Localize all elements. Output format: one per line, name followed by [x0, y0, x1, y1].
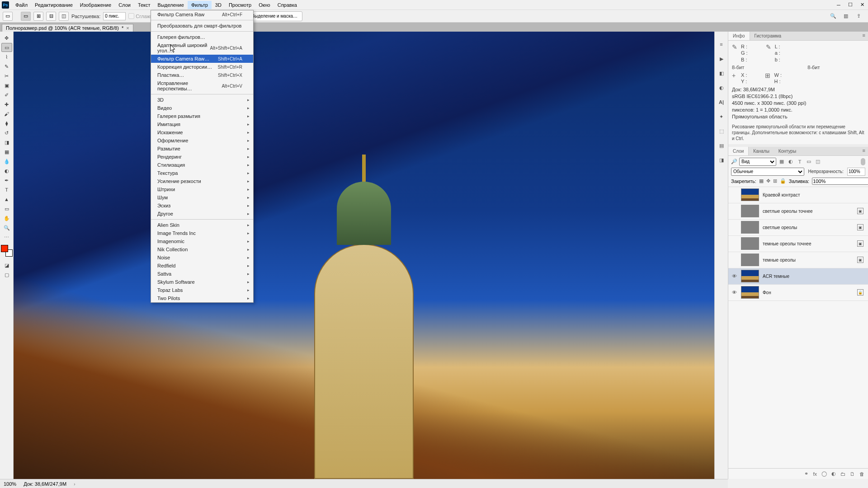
marquee-add-icon[interactable]: ⊞ [33, 12, 43, 21]
menuitem[interactable]: Nik Collection [151, 245, 253, 253]
menuitem[interactable]: Пластика…Shift+Ctrl+X [151, 71, 253, 79]
menuitem[interactable]: Imagenomic [151, 237, 253, 245]
menuitem[interactable]: Two Pilots [151, 294, 253, 302]
layer-filter-select[interactable]: Вид [739, 158, 776, 166]
menuitem[interactable]: Оформление [151, 136, 253, 145]
menuitem[interactable]: Исправление перспективы…Alt+Ctrl+V [151, 79, 253, 93]
pen-tool[interactable]: ✒ [1, 176, 12, 185]
menuitem[interactable]: Штрихи [151, 185, 253, 193]
status-chevron-icon[interactable]: › [74, 481, 75, 487]
menuitem[interactable]: Sattva [151, 270, 253, 278]
menuitem[interactable]: Коррекция дисторсии…Shift+Ctrl+R [151, 63, 253, 71]
filter-shape-icon[interactable]: ▭ [805, 158, 812, 165]
history-brush-tool[interactable]: ↺ [1, 128, 12, 137]
menuitem[interactable]: 3D [151, 96, 253, 104]
layer-fx-icon[interactable]: fx [813, 471, 817, 477]
tab-channels[interactable]: Каналы [749, 147, 774, 155]
window-maximize[interactable]: ☐ [844, 0, 856, 9]
menuitem[interactable]: Noise [151, 253, 253, 262]
menuitem[interactable]: Redfield [151, 262, 253, 270]
menuitem[interactable]: Alien Skin [151, 221, 253, 229]
zoom-level[interactable]: 100% [4, 481, 16, 487]
blend-mode-select[interactable]: Обычные [731, 168, 804, 176]
feather-input[interactable] [103, 12, 126, 20]
marquee-subtract-icon[interactable]: ⊟ [46, 12, 56, 21]
menuitem[interactable]: Усиление резкости [151, 177, 253, 185]
menuitem[interactable]: Image Trends Inc [151, 229, 253, 237]
tab-layers[interactable]: Слои [728, 147, 749, 155]
layer-mask-icon[interactable]: ◯ [821, 471, 827, 477]
panel-menu-icon[interactable]: ≡ [860, 32, 868, 40]
properties-panel-icon[interactable]: ◧ [717, 69, 726, 78]
quickmask-tool[interactable]: ◪ [1, 261, 12, 270]
filter-type-icon[interactable]: T [796, 158, 803, 165]
blur-tool[interactable]: 💧 [1, 157, 12, 166]
menuitem[interactable]: Имитация [151, 120, 253, 128]
filter-adjust-icon[interactable]: ◐ [787, 158, 794, 165]
menuitem[interactable]: Skylum Software [151, 278, 253, 286]
healing-tool[interactable]: ✚ [1, 100, 12, 109]
visibility-icon[interactable]: 👁 [731, 290, 737, 295]
adjustments-panel-icon[interactable]: ◐ [717, 83, 726, 92]
layer-row[interactable]: темные ореолы точнее▣ [728, 236, 868, 252]
window-close[interactable]: ✕ [856, 0, 868, 9]
dodge-tool[interactable]: ◐ [1, 166, 12, 175]
smart-filter-icon[interactable]: ▣ [857, 224, 863, 230]
zoom-tool[interactable]: 🔍 [1, 223, 12, 232]
menuitem[interactable]: Размытие [151, 145, 253, 153]
menuitem[interactable]: Стилизация [151, 161, 253, 169]
tab-histogram[interactable]: Гистограмма [750, 32, 786, 40]
menuitem[interactable]: Галерея размытия [151, 112, 253, 120]
tab-close-icon[interactable]: × [126, 25, 129, 31]
navigator-panel-icon[interactable]: ◨ [717, 155, 726, 164]
smart-filter-icon[interactable]: ▣ [857, 208, 863, 214]
3d-panel-icon[interactable]: ⬚ [717, 127, 726, 136]
menu-текст[interactable]: Текст [134, 1, 154, 9]
document-tab[interactable]: Полноразмер.psd @ 100% (ACR темные, RGB/… [2, 24, 133, 32]
fill-input[interactable] [812, 178, 868, 185]
menu-файл[interactable]: Файл [12, 1, 31, 9]
layer-row[interactable]: темные ореолы▣ [728, 252, 868, 268]
tab-paths[interactable]: Контуры [774, 147, 801, 155]
menuitem[interactable]: Рендеринг [151, 153, 253, 161]
select-and-mask-button[interactable]: Выделение и маска… [246, 11, 302, 21]
menu-3d[interactable]: 3D [212, 1, 225, 9]
menuitem[interactable]: Topaz Labs [151, 286, 253, 294]
color-swatches[interactable] [1, 245, 13, 257]
path-select-tool[interactable]: ▲ [1, 195, 12, 204]
eyedropper-tool[interactable]: ✐ [1, 90, 12, 99]
menuitem[interactable]: Видео [151, 104, 253, 112]
marquee-rect-icon[interactable]: ▭ [21, 12, 31, 21]
menuitem[interactable]: Текстура [151, 169, 253, 177]
actions-panel-icon[interactable]: ▶ [717, 54, 726, 63]
adjustment-layer-icon[interactable]: ◐ [831, 471, 836, 477]
type-tool[interactable]: T [1, 185, 12, 194]
menuitem[interactable]: Адаптивный широкий угол…Alt+Shift+Ctrl+A [151, 41, 253, 55]
stamp-tool[interactable]: ⧫ [1, 119, 12, 128]
layer-row[interactable]: светлые ореолы точнее▣ [728, 203, 868, 220]
smart-filter-icon[interactable]: ▣ [857, 257, 863, 263]
layer-row[interactable]: светлые ореолы▣ [728, 220, 868, 236]
lock-artboard-icon[interactable]: ⊞ [773, 178, 777, 184]
libraries-panel-icon[interactable]: ▤ [717, 141, 726, 150]
workspace-icon[interactable]: ▥ [842, 12, 850, 20]
history-panel-icon[interactable]: ≡ [717, 40, 726, 49]
tab-info[interactable]: Инфо [728, 32, 750, 40]
menuitem[interactable]: Галерея фильтров… [151, 33, 253, 41]
filter-pixel-icon[interactable]: ▦ [778, 158, 785, 165]
gradient-tool[interactable]: ▦ [1, 147, 12, 156]
smart-filter-icon[interactable]: ▣ [857, 240, 863, 247]
menu-просмотр[interactable]: Просмотр [225, 1, 255, 9]
eraser-tool[interactable]: ◨ [1, 138, 12, 147]
edit-toolbar[interactable]: ⋯ [1, 233, 12, 242]
menuitem[interactable]: Фильтр Camera Raw…Shift+Ctrl+A [151, 55, 253, 63]
layer-row[interactable]: 👁ACR темные [728, 268, 868, 285]
quick-select-tool[interactable]: ✎ [1, 62, 12, 71]
menuitem[interactable]: Шум [151, 193, 253, 202]
filter-toggle[interactable] [861, 158, 865, 165]
menu-фильтр[interactable]: Фильтр [188, 1, 212, 9]
visibility-icon[interactable]: 👁 [731, 273, 737, 279]
styles-panel-icon[interactable]: ✦ [717, 112, 726, 121]
menu-справка[interactable]: Справка [274, 1, 301, 9]
lock-position-icon[interactable]: ✥ [766, 178, 770, 184]
